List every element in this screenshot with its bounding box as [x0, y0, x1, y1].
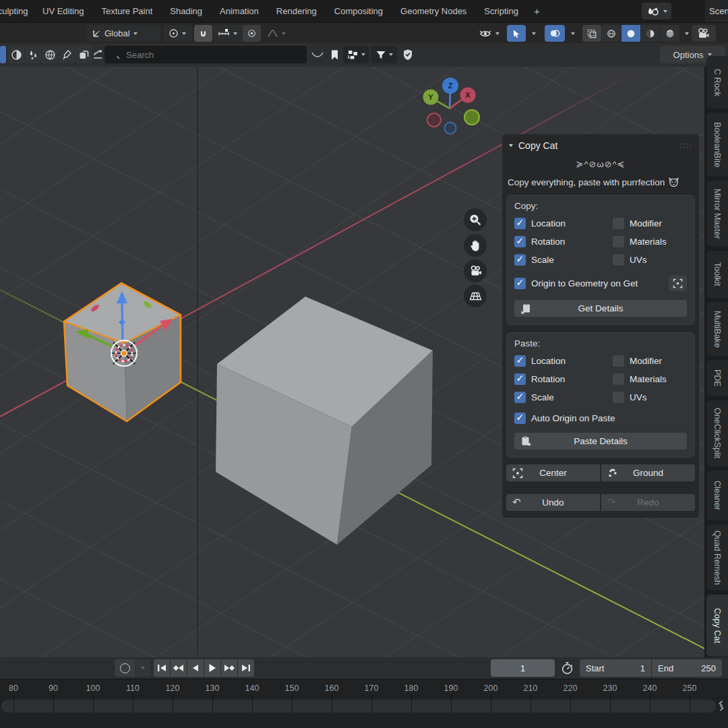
tab-quad-remesh[interactable]: Quad Remesh [706, 524, 728, 590]
pivot-point-dropdown[interactable] [164, 25, 192, 42]
shading-rendered-button[interactable] [661, 25, 679, 42]
use-preview-range-button[interactable] [557, 659, 576, 677]
scrollbar-zoom-handle[interactable] [717, 700, 725, 712]
tab-multibake[interactable]: MultiBake [706, 302, 728, 356]
copy-rotation-row[interactable]: Rotation [514, 236, 613, 247]
falloff-arc-button[interactable] [309, 46, 326, 63]
copy-scale-row[interactable]: Scale [514, 254, 613, 266]
filter-dropdown[interactable] [371, 46, 397, 63]
select-tool-caret-button[interactable] [527, 25, 545, 42]
auto-keying-caret-button[interactable] [135, 659, 150, 677]
copy-rotation-checkbox[interactable] [514, 236, 526, 247]
tab-oneclicksplit[interactable]: OneClickSplit [706, 400, 728, 466]
proportional-falloff-dropdown[interactable] [262, 25, 295, 42]
paste-materials-checkbox[interactable] [613, 373, 624, 385]
fluid-button[interactable] [25, 46, 41, 63]
tab-copy-cat[interactable]: Copy Cat [706, 595, 728, 657]
origin-on-get-checkbox[interactable] [514, 278, 526, 289]
paste-modifier-row[interactable]: Modifier [613, 355, 687, 367]
copy-location-row[interactable]: Location [514, 218, 613, 229]
copy-scale-checkbox[interactable] [514, 254, 526, 266]
protect-button[interactable] [400, 46, 416, 63]
paste-uvs-checkbox[interactable] [613, 392, 624, 403]
camera-view-button[interactable] [464, 260, 487, 282]
paste-location-row[interactable]: Location [514, 355, 613, 367]
tab-pde[interactable]: PDE [706, 360, 728, 396]
show-gizmo-dropdown[interactable] [474, 25, 512, 42]
start-frame-field[interactable]: Start 1 [580, 659, 651, 677]
play-reverse-button[interactable] [187, 659, 204, 677]
tab-mirror-master[interactable]: Mirror Master [706, 181, 728, 247]
editor-type-button[interactable] [0, 46, 6, 63]
paste-location-checkbox[interactable] [514, 355, 526, 367]
end-frame-field[interactable]: End 250 [652, 659, 722, 677]
timeline-scrollbar[interactable] [1, 700, 716, 712]
add-workspace-button[interactable]: + [527, 5, 547, 17]
copy-uvs-checkbox[interactable] [613, 254, 624, 266]
paste-uvs-row[interactable]: UVs [613, 392, 687, 403]
auto-origin-checkbox[interactable] [514, 413, 526, 424]
render-view-button[interactable] [692, 25, 716, 42]
select-tool-button[interactable] [507, 25, 526, 42]
origin-on-get-row[interactable]: Origin to Geometry on Get [514, 275, 687, 291]
tab-geometry-nodes[interactable]: Geometry Nodes [392, 0, 475, 22]
copy-materials-row[interactable]: Materials [613, 236, 687, 247]
current-frame-field[interactable]: 1 [491, 659, 555, 677]
copy-location-checkbox[interactable] [514, 218, 526, 229]
next-keyframe-button[interactable] [221, 659, 237, 677]
tab-texture-paint[interactable]: Texture Paint [92, 0, 161, 22]
proportional-edit-button[interactable] [243, 25, 261, 42]
redo-button[interactable]: ↷ Redo [601, 494, 695, 511]
scene-name[interactable]: Scene [705, 0, 728, 22]
brush-button[interactable] [59, 46, 75, 63]
panel-collapse-caret[interactable] [509, 144, 513, 147]
snap-toggle-button[interactable] [194, 25, 212, 42]
transform-orientation-dropdown[interactable]: Global [86, 25, 160, 42]
tab-sculpting-clip[interactable]: Sculpting [0, 0, 34, 22]
annotate-button[interactable] [90, 46, 106, 63]
tab-toolkit[interactable]: Toolkit [706, 251, 728, 298]
shading-material-button[interactable] [641, 25, 660, 42]
overlays-caret-button[interactable] [566, 25, 584, 42]
overlays-toggle-button[interactable] [545, 25, 565, 42]
pan-button[interactable] [464, 234, 487, 257]
get-details-button[interactable]: Get Details [514, 300, 687, 317]
mode-contrast-button[interactable] [8, 46, 24, 63]
play-button[interactable] [204, 659, 220, 677]
tab-compositing[interactable]: Compositing [326, 0, 392, 22]
copy-modifier-row[interactable]: Modifier [613, 218, 687, 229]
origin-pivot-button[interactable] [669, 275, 687, 291]
paste-details-button[interactable]: Paste Details [514, 433, 687, 450]
tab-cleaner[interactable]: Cleaner [706, 471, 728, 520]
paste-rotation-checkbox[interactable] [514, 373, 526, 385]
jump-to-end-button[interactable] [238, 659, 254, 677]
tab-uv-editing[interactable]: UV Editing [34, 0, 92, 22]
copy-materials-checkbox[interactable] [613, 236, 624, 247]
shading-wireframe-button[interactable] [602, 25, 621, 42]
search-field[interactable]: Search [104, 46, 307, 63]
tab-rock[interactable]: C Rock [706, 56, 728, 109]
center-button[interactable]: Center [506, 464, 600, 481]
shading-solid-button[interactable] [621, 25, 640, 42]
panel-drag-handle[interactable]: ········ [679, 142, 692, 149]
auto-origin-row[interactable]: Auto Origin on Paste [514, 413, 687, 424]
tab-scripting[interactable]: Scripting [475, 0, 527, 22]
xray-toggle-button[interactable] [582, 25, 601, 42]
ortho-toggle-button[interactable] [464, 284, 487, 307]
outliner-display-dropdown[interactable] [343, 46, 369, 63]
copy-modifier-checkbox[interactable] [613, 218, 624, 229]
viewport-3d[interactable]: Z Y X [0, 67, 704, 657]
auto-keying-button[interactable] [115, 659, 135, 677]
bookmark-button[interactable] [326, 46, 342, 63]
panel-header[interactable]: Copy Cat ········ [502, 134, 699, 152]
jump-to-start-button[interactable] [154, 659, 170, 677]
paste-modifier-checkbox[interactable] [613, 355, 624, 367]
tab-booleanbite[interactable]: BooleanBite [706, 113, 728, 177]
tab-animation[interactable]: Animation [211, 0, 268, 22]
scene-selector[interactable] [642, 3, 671, 20]
world-button[interactable] [42, 46, 58, 63]
paste-scale-row[interactable]: Scale [514, 392, 613, 403]
prev-keyframe-button[interactable] [171, 659, 187, 677]
paste-scale-checkbox[interactable] [514, 392, 526, 403]
tab-shading[interactable]: Shading [161, 0, 211, 22]
